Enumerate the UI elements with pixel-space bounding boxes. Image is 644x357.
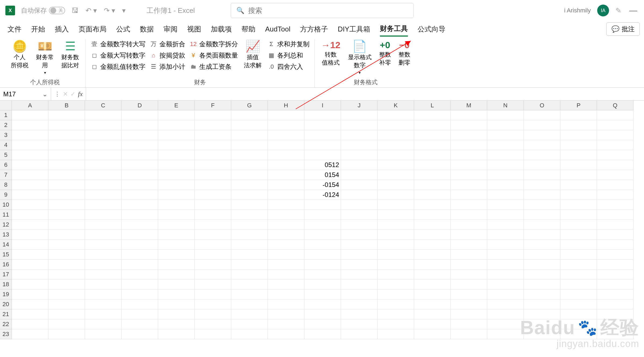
cell-B4[interactable]	[48, 140, 85, 150]
cell-N19[interactable]	[487, 289, 524, 299]
cell-P18[interactable]	[560, 280, 597, 289]
cell-A2[interactable]	[12, 120, 48, 130]
cell-M13[interactable]	[451, 230, 487, 240]
cell-O1[interactable]	[524, 110, 560, 120]
display-format-button[interactable]: 📄显示格式 数字▾	[345, 39, 374, 76]
cell-F11[interactable]	[195, 210, 231, 220]
cell-Q3[interactable]	[597, 130, 634, 140]
cell-A14[interactable]	[12, 240, 48, 250]
cell-P15[interactable]	[560, 250, 597, 260]
cell-G7[interactable]	[231, 170, 268, 180]
cell-N22[interactable]	[487, 319, 524, 329]
cell-A19[interactable]	[12, 289, 48, 299]
cell-G15[interactable]	[231, 250, 268, 260]
cell-E11[interactable]	[158, 210, 195, 220]
cell-H4[interactable]	[268, 140, 304, 150]
tab-data[interactable]: 数据	[140, 22, 154, 36]
col-header-F[interactable]: F	[195, 101, 231, 110]
cell-J7[interactable]	[341, 170, 378, 180]
cell-J18[interactable]	[341, 280, 378, 289]
cell-G16[interactable]	[231, 260, 268, 270]
search-box[interactable]: 🔍	[231, 3, 414, 18]
cell-J17[interactable]	[341, 270, 378, 280]
cell-E20[interactable]	[158, 299, 195, 309]
cell-L18[interactable]	[414, 280, 451, 289]
row-header-15[interactable]: 15	[0, 250, 12, 260]
cell-N7[interactable]	[487, 170, 524, 180]
cell-O20[interactable]	[524, 299, 560, 309]
cell-B6[interactable]	[48, 160, 85, 170]
cell-K10[interactable]	[378, 200, 414, 210]
col-header-O[interactable]: O	[524, 101, 560, 110]
redo-icon[interactable]: ↷ ▾	[102, 5, 117, 16]
cell-G12[interactable]	[231, 220, 268, 230]
row-header-8[interactable]: 8	[0, 180, 12, 190]
cell-L7[interactable]	[414, 170, 451, 180]
cell-Q21[interactable]	[597, 309, 634, 319]
cell-I2[interactable]	[304, 120, 341, 130]
cell-E12[interactable]	[158, 220, 195, 230]
cell-G20[interactable]	[231, 299, 268, 309]
cell-O5[interactable]	[524, 150, 560, 160]
cell-K18[interactable]	[378, 280, 414, 289]
col-sum-button[interactable]: ▦各列总和	[266, 51, 311, 60]
ink-icon[interactable]: ✎	[615, 6, 621, 15]
undo-icon[interactable]: ↶ ▾	[84, 5, 98, 16]
cell-C18[interactable]	[85, 280, 122, 289]
cell-E13[interactable]	[158, 230, 195, 240]
cell-M11[interactable]	[451, 210, 487, 220]
cell-F8[interactable]	[195, 180, 231, 190]
cell-B12[interactable]	[48, 220, 85, 230]
row-header-23[interactable]: 23	[0, 329, 12, 339]
cell-K4[interactable]	[378, 140, 414, 150]
col-header-H[interactable]: H	[268, 101, 304, 110]
cell-D10[interactable]	[122, 200, 158, 210]
cell-I3[interactable]	[304, 130, 341, 140]
cell-N12[interactable]	[487, 220, 524, 230]
cell-A16[interactable]	[12, 260, 48, 270]
cell-H8[interactable]	[268, 180, 304, 190]
cell-O6[interactable]	[524, 160, 560, 170]
cell-H9[interactable]	[268, 190, 304, 200]
cell-B9[interactable]	[48, 190, 85, 200]
cell-M6[interactable]	[451, 160, 487, 170]
col-header-N[interactable]: N	[487, 101, 524, 110]
cell-I16[interactable]	[304, 260, 341, 270]
cell-P14[interactable]	[560, 240, 597, 250]
row-header-17[interactable]: 17	[0, 270, 12, 280]
cell-P13[interactable]	[560, 230, 597, 240]
cell-O2[interactable]	[524, 120, 560, 130]
cell-P3[interactable]	[560, 130, 597, 140]
cell-Q5[interactable]	[597, 150, 634, 160]
col-header-D[interactable]: D	[122, 101, 158, 110]
cell-N2[interactable]	[487, 120, 524, 130]
cell-L6[interactable]	[414, 160, 451, 170]
cell-B15[interactable]	[48, 250, 85, 260]
cell-Q4[interactable]	[597, 140, 634, 150]
cell-L8[interactable]	[414, 180, 451, 190]
cell-E19[interactable]	[158, 289, 195, 299]
cell-D15[interactable]	[122, 250, 158, 260]
cell-L9[interactable]	[414, 190, 451, 200]
qat-expand-icon[interactable]: ▾	[120, 5, 127, 16]
col-header-I[interactable]: I	[304, 101, 341, 110]
cell-N1[interactable]	[487, 110, 524, 120]
row-header-20[interactable]: 20	[0, 299, 12, 309]
cell-B17[interactable]	[48, 270, 85, 280]
row-header-13[interactable]: 13	[0, 230, 12, 240]
cell-P8[interactable]	[560, 180, 597, 190]
cell-K7[interactable]	[378, 170, 414, 180]
cell-M19[interactable]	[451, 289, 487, 299]
cell-O3[interactable]	[524, 130, 560, 140]
cell-I5[interactable]	[304, 150, 341, 160]
cell-B21[interactable]	[48, 309, 85, 319]
cell-F15[interactable]	[195, 250, 231, 260]
cell-I7[interactable]: 0154	[304, 170, 341, 180]
cell-F9[interactable]	[195, 190, 231, 200]
cell-J22[interactable]	[341, 319, 378, 329]
col-header-L[interactable]: L	[414, 101, 451, 110]
cell-D1[interactable]	[122, 110, 158, 120]
cell-A1[interactable]	[12, 110, 48, 120]
subtotal-button[interactable]: ☰添加小计	[149, 62, 186, 72]
cell-N14[interactable]	[487, 240, 524, 250]
